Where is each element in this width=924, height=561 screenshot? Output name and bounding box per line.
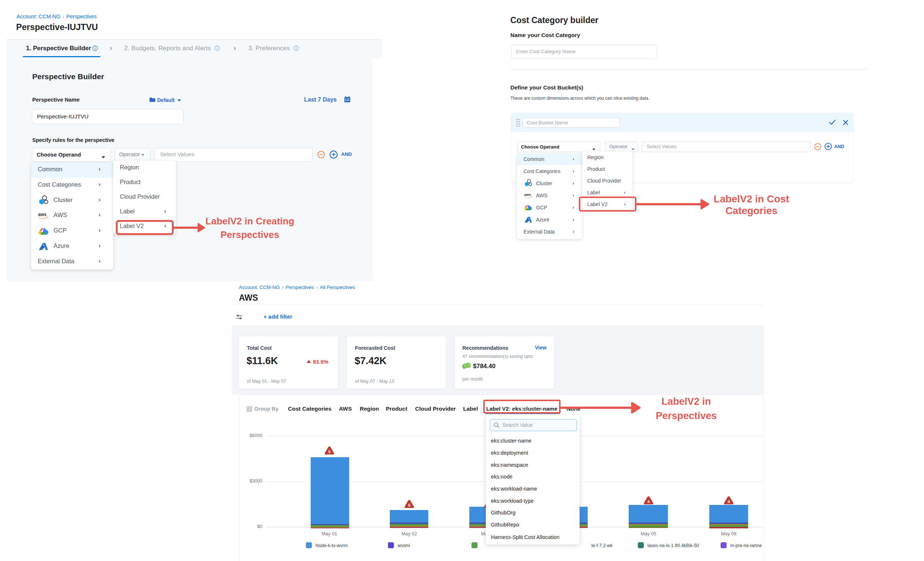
svg-text:5: 5 xyxy=(328,450,330,454)
svg-text:4: 4 xyxy=(728,499,730,504)
svg-text:4: 4 xyxy=(647,499,650,504)
svg-text:5: 5 xyxy=(408,503,410,507)
